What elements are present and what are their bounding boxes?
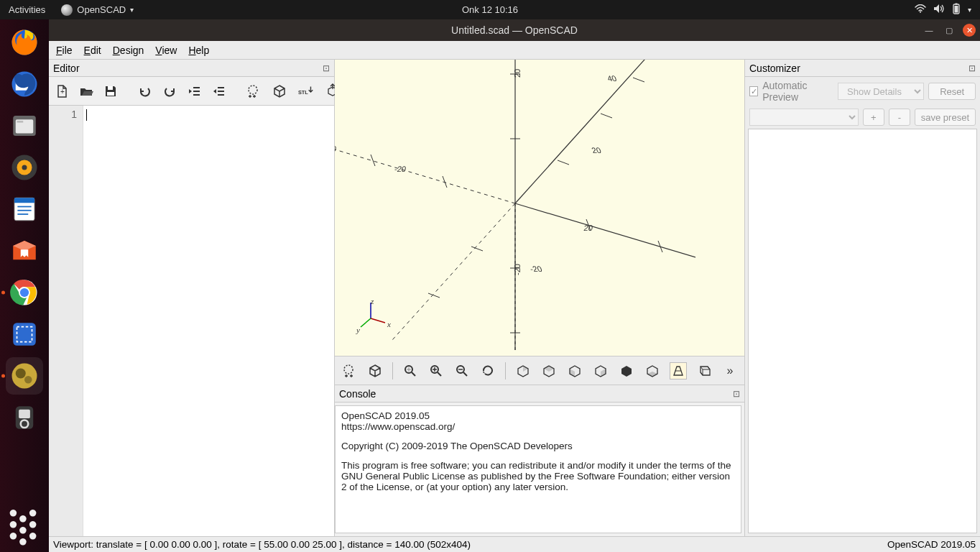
dock-chrome[interactable] [6, 274, 43, 311]
indent-icon[interactable] [211, 83, 226, 100]
zoom-fit-icon[interactable] [402, 362, 419, 380]
preview-icon[interactable] [246, 83, 262, 100]
menu-view[interactable]: View [155, 45, 177, 56]
console-panel: Console ⊡ OpenSCAD 2019.05 https://www.o… [335, 385, 744, 536]
toolbar-overflow-icon[interactable]: » [721, 362, 739, 380]
view-back-icon[interactable] [618, 362, 635, 380]
view-top-icon[interactable] [540, 362, 558, 380]
system-menu-chevron-icon[interactable]: ▾ [968, 6, 971, 14]
minimize-button[interactable]: — [923, 24, 935, 37]
customizer-undock-icon[interactable]: ⊡ [969, 63, 976, 73]
open-icon[interactable] [79, 83, 93, 100]
dock-files[interactable] [6, 107, 43, 144]
svg-point-37 [249, 86, 257, 94]
app-indicator[interactable]: OpenSCAD ▾ [61, 4, 134, 16]
dock-apps-grid[interactable]: ● ● ●● ● ●● ● ● [6, 515, 43, 552]
preset-remove-button[interactable]: - [889, 109, 910, 126]
console-line: https://www.openscad.org/ [341, 421, 735, 432]
svg-line-56 [471, 247, 483, 251]
volume-icon[interactable] [933, 4, 945, 16]
menu-edit[interactable]: Edit [84, 45, 101, 56]
dock: ● ● ●● ● ●● ● ● [0, 19, 49, 552]
auto-preview-checkbox[interactable]: ✓ [749, 86, 758, 96]
redo-icon[interactable] [162, 83, 177, 100]
svg-line-75 [463, 372, 467, 376]
svg-line-68 [361, 318, 371, 327]
ortho-icon[interactable] [695, 362, 713, 380]
titlebar[interactable]: Untitled.scad — OpenSCAD — ▢ ✕ [49, 19, 980, 41]
render-icon[interactable] [272, 83, 287, 100]
svg-text:STL: STL [298, 88, 308, 95]
dock-media[interactable] [6, 399, 43, 436]
preset-select[interactable] [749, 109, 859, 126]
dock-firefox[interactable] [6, 24, 43, 61]
svg-rect-2 [956, 4, 958, 5]
editor-panel: Editor ⊡ + STL 1 [49, 60, 335, 536]
console-line: Copyright (C) 2009-2019 The OpenSCAD Dev… [341, 441, 735, 451]
save-icon[interactable] [103, 83, 118, 100]
perspective-icon[interactable] [670, 362, 687, 380]
zoom-in-icon[interactable] [427, 362, 445, 380]
new-icon[interactable]: + [55, 83, 69, 100]
dock-openscad[interactable] [6, 357, 43, 395]
unindent-icon[interactable] [187, 83, 201, 100]
console-output[interactable]: OpenSCAD 2019.05 https://www.openscad.or… [335, 405, 741, 533]
svg-rect-3 [955, 6, 958, 13]
export-stl-icon[interactable]: STL [297, 83, 315, 100]
zoom-out-icon[interactable] [453, 362, 471, 380]
view-right-icon[interactable] [514, 362, 532, 380]
console-title-label: Console [339, 388, 376, 400]
svg-text:-20: -20 [513, 264, 522, 275]
menu-help[interactable]: Help [188, 45, 209, 56]
reset-view-icon[interactable] [479, 362, 496, 380]
preset-add-button[interactable]: + [863, 109, 884, 126]
console-undock-icon[interactable]: ⊡ [733, 389, 740, 399]
preview-icon[interactable] [341, 362, 358, 380]
network-icon[interactable] [915, 4, 926, 15]
dock-thunderbird[interactable] [6, 65, 43, 103]
dock-screenshot[interactable] [6, 316, 43, 353]
svg-text:-20: -20 [394, 165, 407, 173]
dock-software[interactable] [6, 232, 43, 270]
close-button[interactable]: ✕ [963, 24, 976, 37]
app-indicator-label: OpenSCAD [77, 4, 126, 15]
view-bottom-icon[interactable] [644, 362, 661, 380]
svg-line-73 [438, 372, 441, 376]
maximize-button[interactable]: ▢ [943, 24, 956, 37]
reset-button[interactable]: Reset [928, 83, 976, 100]
svg-point-69 [344, 365, 353, 374]
svg-line-42 [335, 150, 515, 203]
status-viewport-info: Viewport: translate = [ 0.00 0.00 0.00 ]… [53, 539, 471, 550]
view-left-icon[interactable] [566, 362, 583, 380]
svg-text:+: + [60, 88, 65, 96]
svg-line-52 [371, 155, 375, 166]
customizer-panel: Customizer ⊡ ✓ Automatic Preview Show De… [744, 60, 980, 536]
viewport-3d[interactable]: 20 -20 20 -20 -40 20 40 -20 [335, 60, 744, 356]
viewport-toolbar: » [335, 356, 744, 385]
editor-area[interactable]: 1 [49, 106, 334, 536]
code-input[interactable] [83, 106, 334, 536]
menu-design[interactable]: Design [113, 45, 144, 56]
svg-text:20: 20 [513, 69, 522, 78]
console-line: OpenSCAD 2019.05 [341, 410, 735, 421]
svg-line-53 [558, 160, 569, 165]
status-version: OpenSCAD 2019.05 [887, 539, 976, 550]
activities-button[interactable]: Activities [9, 4, 45, 15]
openscad-icon [61, 4, 73, 16]
view-front-icon[interactable] [592, 362, 609, 380]
undo-icon[interactable] [138, 83, 152, 100]
openscad-window: Untitled.scad — OpenSCAD — ▢ ✕ File Edit… [49, 19, 980, 552]
dock-writer[interactable] [6, 190, 43, 228]
clock[interactable]: Onk 12 10:16 [462, 4, 518, 15]
save-preset-button[interactable]: save preset [915, 109, 976, 126]
svg-point-19 [20, 288, 29, 297]
editor-undock-icon[interactable]: ⊡ [323, 63, 330, 73]
svg-line-71 [412, 372, 415, 376]
menu-file[interactable]: File [56, 45, 73, 56]
battery-icon[interactable] [952, 3, 961, 17]
svg-text:20: 20 [583, 224, 593, 232]
details-select[interactable]: Show Details [838, 83, 924, 100]
render-cube-icon[interactable] [366, 362, 384, 380]
gizmo-x-label: x [387, 320, 391, 328]
dock-rhythmbox[interactable] [6, 149, 43, 186]
